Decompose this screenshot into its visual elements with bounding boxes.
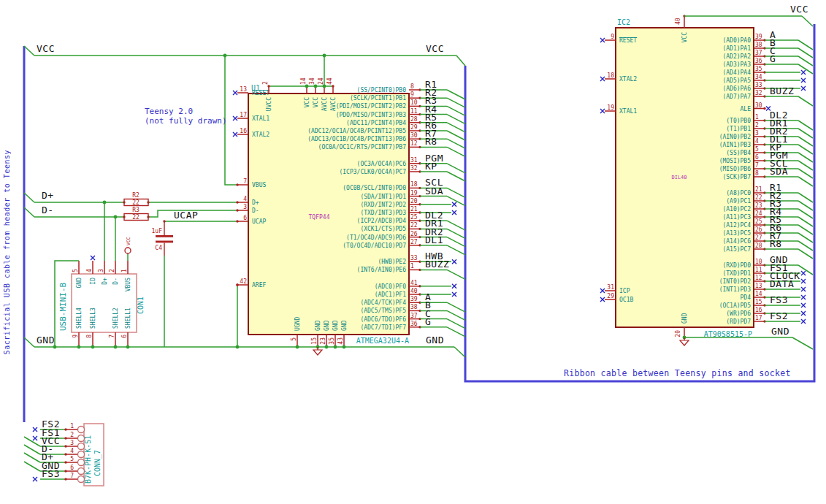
bus-entry[interactable] [24, 453, 40, 462]
bus-entry[interactable] [447, 188, 465, 197]
bus-entry[interactable] [24, 337, 34, 347]
bus-entry[interactable] [24, 437, 40, 446]
component-footprint[interactable]: TQFP44 [309, 214, 330, 221]
pin-circle[interactable] [78, 468, 85, 475]
net-label[interactable]: DATA [770, 278, 794, 289]
bus-entry[interactable] [447, 245, 465, 255]
bus-entry[interactable] [447, 139, 465, 148]
bus-entry[interactable] [447, 164, 465, 173]
net-label[interactable]: D- [42, 205, 54, 215]
bus-entry[interactable] [454, 347, 465, 357]
bus-entry[interactable] [447, 106, 465, 115]
pin-circle[interactable] [78, 435, 85, 442]
pin-circle[interactable] [78, 443, 85, 450]
bus-entry[interactable] [447, 302, 465, 312]
bus-entry[interactable] [24, 46, 34, 56]
bus-entry[interactable] [447, 319, 465, 329]
component-footprint[interactable]: DIL40 [671, 175, 687, 180]
pin-circle[interactable] [78, 451, 85, 458]
vcc-power-icon[interactable] [125, 248, 131, 253]
component-ref[interactable]: R3 [132, 207, 139, 213]
bus-entry[interactable] [447, 221, 465, 230]
net-label[interactable]: R8 [425, 136, 437, 147]
net-label[interactable]: FS3 [42, 468, 60, 479]
bus-entry[interactable] [447, 98, 465, 107]
component-ref[interactable]: CON1 [137, 297, 145, 314]
bus-entry[interactable] [798, 96, 813, 106]
ribbon-note-text[interactable]: Ribbon cable between Teensy pins and soc… [564, 368, 791, 378]
side-note-text[interactable]: Sacrificial USB cable from header to Tee… [3, 150, 11, 354]
bus-entry[interactable] [798, 225, 813, 234]
bus-entry[interactable] [798, 249, 813, 259]
bus-entry[interactable] [447, 270, 465, 279]
capacitor-plate[interactable] [156, 241, 173, 243]
bus-entry[interactable] [798, 129, 813, 138]
bus-entry[interactable] [447, 147, 465, 156]
bus-entry[interactable] [798, 169, 813, 178]
net-label[interactable]: BUZZ [425, 259, 449, 270]
bus-entry[interactable] [798, 217, 813, 226]
net-label[interactable]: KP [425, 161, 437, 172]
capacitor-plate[interactable] [156, 235, 173, 237]
component-ref[interactable]: CONN_7 [93, 450, 102, 476]
net-label[interactable]: FS2 [770, 310, 788, 321]
pin-circle[interactable] [78, 427, 85, 433]
component-value[interactable]: 22 [132, 214, 139, 221]
teensy-note-text[interactable]: Teensy 2.0 (not fully drawn) [145, 107, 227, 126]
bus-entry[interactable] [447, 310, 465, 320]
net-label[interactable]: VCC [37, 43, 55, 54]
component-ref[interactable]: R2 [132, 192, 139, 199]
net-label[interactable]: G [770, 53, 776, 64]
net-label[interactable]: SDA [770, 166, 788, 177]
net-label[interactable]: R8 [770, 238, 782, 249]
net-label[interactable]: BUZZ [770, 85, 794, 96]
pin-circle[interactable] [78, 476, 85, 483]
bus-entry[interactable] [447, 229, 465, 238]
bus-entry[interactable] [798, 161, 813, 170]
net-label[interactable]: SDA [425, 186, 443, 196]
bus-entry[interactable] [798, 121, 813, 130]
bus-entry[interactable] [798, 137, 813, 146]
component-value[interactable]: 22 [132, 199, 139, 206]
net-label[interactable]: VCC [790, 4, 808, 15]
bus-entry[interactable] [802, 16, 813, 26]
net-label[interactable]: FS3 [770, 294, 788, 305]
component-ref[interactable]: C4 [155, 245, 162, 251]
net-label[interactable]: VCC [426, 43, 444, 54]
bus-entry[interactable] [798, 40, 813, 50]
bus-entry[interactable] [447, 172, 465, 181]
bus-entry[interactable] [798, 153, 813, 162]
component-value[interactable]: B7K-PH-K-S1 [84, 435, 92, 484]
bus-entry[interactable] [24, 445, 40, 454]
bus-entry[interactable] [798, 177, 813, 186]
bus-entry[interactable] [798, 201, 813, 210]
bus-entry[interactable] [798, 209, 813, 218]
bus-entry[interactable] [798, 241, 813, 251]
net-label[interactable]: GND [37, 335, 55, 345]
bus-entry[interactable] [456, 56, 465, 66]
component-ref[interactable]: IC2 [617, 18, 630, 26]
bus-entry[interactable] [447, 131, 465, 140]
bus-entry[interactable] [24, 193, 34, 202]
bus-entry[interactable] [24, 207, 34, 217]
net-label[interactable]: DL1 [425, 234, 443, 245]
net-label[interactable]: GND [426, 335, 444, 345]
bus-entry[interactable] [798, 48, 813, 58]
bus-entry[interactable] [24, 462, 40, 471]
net-label[interactable]: G [425, 316, 431, 327]
bus-entry[interactable] [447, 90, 465, 99]
bus-entry[interactable] [447, 237, 465, 247]
net-label[interactable]: D+ [42, 190, 54, 201]
bus-entry[interactable] [447, 115, 465, 124]
component-value[interactable]: 1uF [152, 228, 163, 234]
bus-entry[interactable] [798, 193, 813, 202]
bus-entry[interactable] [798, 56, 813, 66]
bus-entry[interactable] [798, 233, 813, 243]
net-label[interactable]: UCAP [174, 210, 198, 221]
bus-entry[interactable] [447, 123, 465, 132]
net-label[interactable]: GND [771, 326, 789, 337]
bus-entry[interactable] [798, 145, 813, 154]
bus-entry[interactable] [447, 327, 465, 337]
component-value[interactable]: USB-MINI-B [58, 282, 68, 331]
pin-circle[interactable] [78, 459, 85, 466]
